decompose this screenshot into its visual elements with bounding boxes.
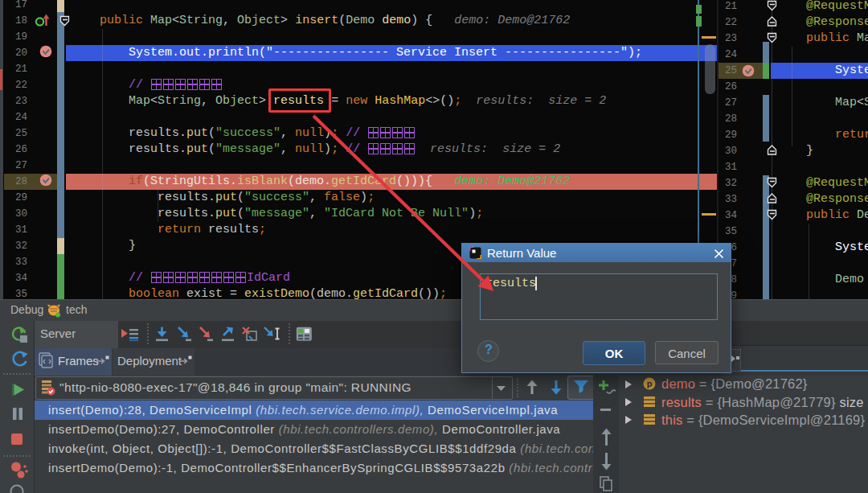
svg-text:p: p	[647, 379, 653, 388]
